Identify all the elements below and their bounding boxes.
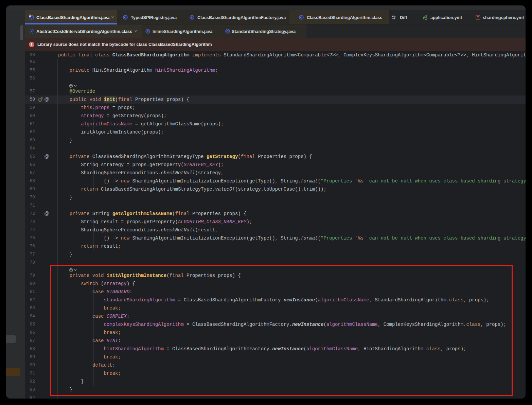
svg-text:C: C [191, 16, 193, 19]
svg-text:Y: Y [477, 16, 479, 19]
svg-text:C: C [147, 30, 149, 33]
svg-text:C: C [31, 16, 33, 19]
svg-text:C: C [227, 30, 229, 33]
svg-text:C: C [124, 16, 126, 19]
svg-text:C: C [31, 30, 33, 33]
svg-text:C: C [300, 16, 302, 19]
